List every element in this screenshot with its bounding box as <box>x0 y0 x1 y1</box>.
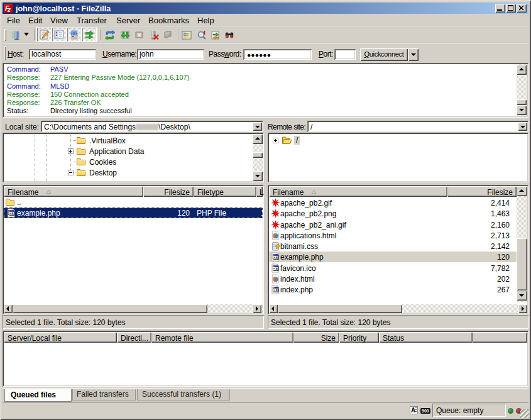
svg-text:500: 500 <box>422 409 429 413</box>
svg-text:z: z <box>7 6 11 13</box>
svg-text:A: A <box>411 407 415 414</box>
